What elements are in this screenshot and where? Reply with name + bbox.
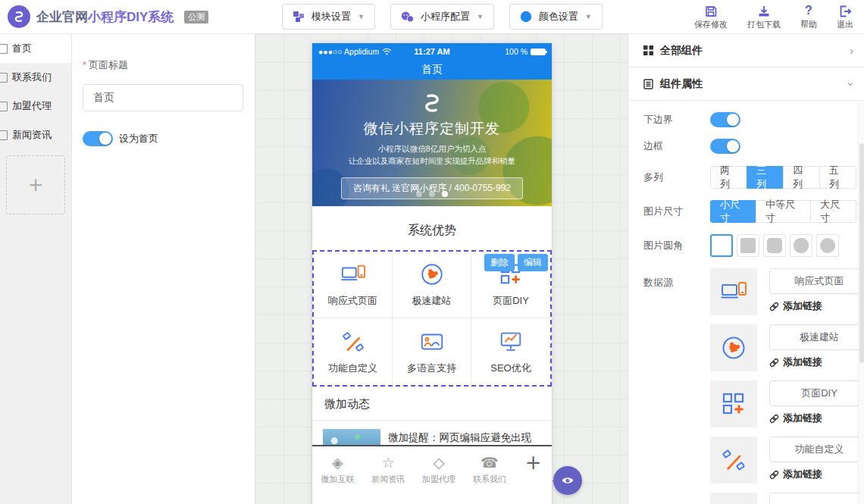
carousel-dot-active[interactable]	[442, 191, 448, 197]
radius-option-none-selected[interactable]	[710, 234, 733, 257]
datasource-thumb	[710, 493, 757, 504]
page-title-label: *页面标题	[83, 58, 243, 72]
module-settings-label: 模块设置	[311, 10, 351, 23]
size-option-large[interactable]: 大尺寸	[810, 200, 856, 223]
image-size-label: 图片尺寸	[643, 205, 710, 218]
grid-item-label: 极速建站	[412, 294, 452, 308]
grid-item-language[interactable]: 多语言支持	[393, 318, 471, 385]
caret-down-icon: ▼	[477, 13, 484, 20]
tab-contact[interactable]: ☎ 联系我们	[465, 454, 515, 504]
border-toggle[interactable]	[710, 139, 740, 154]
tab-add-button[interactable]: +	[515, 454, 552, 504]
color-settings-dropdown[interactable]: 颜色设置 ▼	[509, 4, 603, 30]
radius-option-medium[interactable]	[763, 234, 786, 257]
page-icon	[0, 102, 8, 111]
datasource-title-input[interactable]	[769, 380, 864, 406]
battery-icon	[531, 49, 546, 55]
sidebar-item-agency[interactable]: 加盟代理	[0, 92, 71, 121]
sidebar-item-label: 加盟代理	[12, 99, 52, 113]
tab-label: 加盟代理	[422, 474, 455, 485]
all-components-row[interactable]: 全部组件 ›	[628, 34, 864, 67]
size-option-small-selected[interactable]: 小尺寸	[710, 200, 756, 223]
phone-tab-bar: ◈ 微加互联 ☆ 新闻资讯 ◇ 加盟代理 ☎ 联系我们 +	[312, 445, 552, 504]
columns-option-4[interactable]: 四列	[783, 166, 820, 189]
required-asterisk: *	[83, 59, 86, 70]
plus-icon: +	[29, 171, 43, 199]
sidebar-item-contact[interactable]: 联系我们	[0, 63, 71, 92]
star-icon: ☆	[382, 454, 395, 471]
radius-option-small[interactable]	[737, 234, 759, 257]
selected-grid-component[interactable]: 删除 编辑 响应式页面 极速建站	[312, 250, 552, 387]
hero-banner[interactable]: 微信小程序定制开发 小程序以微信8亿用户为切入点 让企业以及商家在短时间里实现提…	[312, 80, 552, 206]
link-icon	[769, 414, 779, 424]
bottom-border-toggle[interactable]	[710, 112, 740, 127]
add-link-button[interactable]: 添加链接	[769, 468, 864, 481]
columns-option-5[interactable]: 五列	[819, 166, 856, 189]
components-grid-icon	[643, 45, 653, 55]
question-icon: ?	[805, 4, 812, 17]
exit-button[interactable]: 退出	[837, 4, 853, 30]
hero-subtitle-line2: 让企业以及商家在短时间里实现提升品牌和销量	[312, 155, 552, 167]
add-link-button[interactable]: 添加链接	[769, 355, 864, 369]
edit-component-button[interactable]: 编辑	[518, 254, 548, 271]
size-option-medium[interactable]: 中等尺寸	[756, 200, 811, 223]
columns-option-3-selected[interactable]: 三列	[747, 166, 784, 189]
scrollbar-thumb[interactable]	[859, 143, 864, 363]
columns-option-2[interactable]: 两列	[710, 166, 747, 189]
page-title-input[interactable]	[83, 84, 243, 111]
bottom-border-label: 下边界	[643, 113, 710, 127]
color-swatch-icon	[520, 11, 532, 23]
tab-news[interactable]: ☆ 新闻资讯	[363, 454, 414, 504]
radius-option-large[interactable]	[790, 234, 812, 257]
radius-option-circle[interactable]	[816, 234, 839, 257]
grid-item-seo[interactable]: SEO优化	[471, 318, 550, 385]
battery-percent: 100 %	[505, 47, 527, 56]
tab-agency[interactable]: ◇ 加盟代理	[414, 454, 465, 504]
grid-item-custom[interactable]: 功能自定义	[314, 318, 393, 385]
delete-component-button[interactable]: 删除	[484, 254, 515, 271]
datasource-title-input[interactable]	[769, 268, 864, 294]
preview-eye-button[interactable]	[553, 466, 582, 495]
inspector-scrollbar[interactable]	[858, 102, 864, 504]
module-settings-dropdown[interactable]: 模块设置 ▼	[282, 4, 375, 30]
fast-build-icon	[710, 324, 757, 371]
add-link-label: 添加链接	[783, 468, 822, 481]
tab-weijia[interactable]: ◈ 微加互联	[312, 454, 363, 504]
sidebar-item-home[interactable]: 首页	[0, 34, 71, 63]
page-diy-icon	[710, 380, 757, 427]
feed-section-title: 微加动态	[312, 387, 552, 421]
help-button[interactable]: ? 帮助	[800, 4, 817, 30]
grid-item-label: 页面DIY	[493, 294, 529, 308]
add-link-button[interactable]: 添加链接	[769, 299, 864, 313]
datasource-title-input[interactable]	[769, 493, 864, 504]
grid-item-speed[interactable]: 极速建站	[393, 252, 471, 318]
brand: 企业官网小程序DIY系统 公测	[0, 5, 250, 28]
datasource-title-input[interactable]	[769, 437, 864, 462]
add-link-label: 添加链接	[783, 412, 822, 425]
corner-radius-options	[710, 234, 839, 257]
save-button[interactable]: 保存修改	[694, 4, 728, 30]
tab-label: 新闻资讯	[371, 474, 405, 485]
add-link-button[interactable]: 添加链接	[769, 412, 864, 425]
set-home-label: 设为首页	[119, 132, 158, 146]
tab-label: 微加互联	[321, 474, 354, 485]
save-label: 保存修改	[694, 19, 728, 30]
sidebar-item-news[interactable]: 新闻资讯	[0, 121, 71, 149]
page-settings-panel: *页面标题 设为首页	[72, 34, 255, 504]
component-properties-row[interactable]: 组件属性 ›	[628, 67, 864, 101]
columns-segmented-control: 两列 三列 四列 五列	[710, 166, 856, 189]
wechat-icon	[401, 11, 414, 23]
grid-item-responsive[interactable]: 响应式页面	[314, 252, 393, 318]
miniprogram-config-dropdown[interactable]: 小程序配置 ▼	[390, 4, 494, 30]
set-home-toggle[interactable]	[83, 131, 113, 146]
datasource-title-input[interactable]	[769, 324, 864, 350]
caret-down-icon: ▼	[585, 13, 592, 20]
carousel-dot[interactable]	[429, 191, 435, 197]
fast-build-icon	[419, 261, 445, 287]
carousel-dot[interactable]	[416, 191, 422, 197]
link-icon	[769, 358, 779, 368]
download-button[interactable]: 打包下载	[747, 4, 781, 30]
corner-radius-label: 图片圆角	[643, 239, 710, 252]
page-icon	[0, 130, 8, 140]
add-page-button[interactable]: +	[6, 155, 65, 214]
